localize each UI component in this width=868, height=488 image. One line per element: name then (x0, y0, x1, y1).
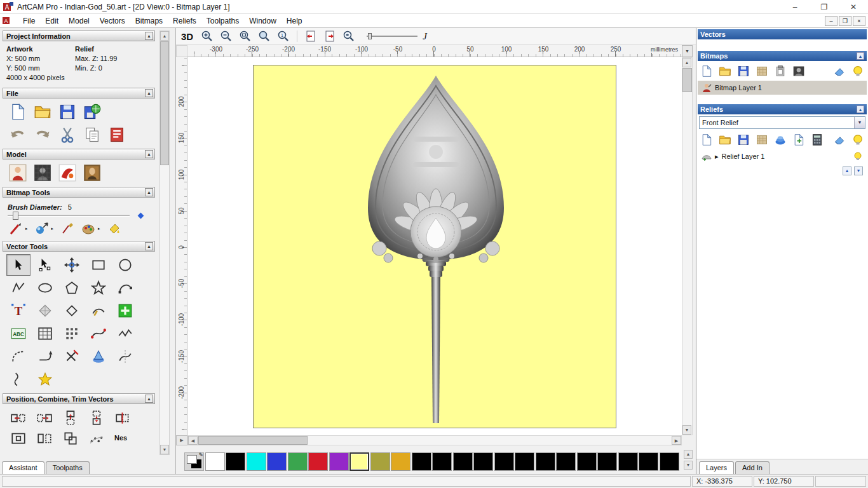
vector-doctor-tool[interactable] (60, 300, 84, 322)
smooth-polyline-tool[interactable] (113, 323, 137, 344)
wrap-text-tool[interactable] (33, 300, 57, 322)
scroll-down-button[interactable]: ▼ (682, 425, 691, 435)
colour-swatch[interactable] (226, 452, 245, 471)
collapse-bitmap-tools-button[interactable]: ▲ (145, 188, 153, 196)
copy-icon[interactable] (83, 126, 101, 144)
spin-profile-tool[interactable] (86, 346, 111, 367)
maximize-button[interactable]: ❐ (810, 0, 839, 13)
block-paste-tool[interactable] (113, 300, 137, 322)
viewport-2d[interactable] (187, 57, 682, 435)
menu-vectors[interactable]: Vectors (95, 14, 130, 28)
paste-layer-icon[interactable] (774, 65, 787, 78)
merge-layers-icon[interactable] (792, 65, 805, 78)
menu-toolpaths[interactable]: Toolpaths (201, 14, 244, 28)
abc-text-grid-tool[interactable]: ABC (6, 323, 31, 344)
mdi-close-button[interactable]: × (853, 16, 865, 26)
colour-swatch[interactable] (267, 452, 287, 471)
delete-layer-icon[interactable] (833, 65, 846, 78)
new-model-icon[interactable] (9, 103, 27, 121)
align-top-tool[interactable] (62, 410, 79, 426)
model-canvas[interactable] (253, 65, 616, 428)
scrollbar-thumb[interactable] (198, 436, 308, 445)
load-relief-icon[interactable] (9, 164, 27, 182)
slider-handle[interactable] (368, 33, 372, 39)
colour-swatch[interactable] (370, 452, 390, 471)
menu-reliefs[interactable]: Reliefs (168, 14, 201, 28)
open-relief-layer-icon[interactable] (719, 133, 731, 146)
colour-swatch[interactable] (494, 452, 514, 471)
delete-relief-layer-icon[interactable] (833, 133, 846, 146)
colour-swatch[interactable] (308, 452, 328, 471)
mdi-minimize-button[interactable]: – (825, 16, 837, 26)
select-vectors-tool[interactable] (6, 254, 31, 276)
menu-model[interactable]: Model (64, 14, 95, 28)
collapse-file-button[interactable]: ▲ (145, 89, 153, 97)
create-circle-tool[interactable] (113, 254, 137, 276)
tab-assistant[interactable]: Assistant (2, 461, 44, 474)
expand-relief-layer-icon[interactable]: ▸ (715, 152, 719, 161)
mirror-vectors-tool[interactable] (36, 430, 53, 447)
bitmap-layer-row[interactable]: Bitmap Layer 1 (698, 81, 867, 95)
colour-swatch[interactable] (556, 452, 576, 471)
menu-file[interactable]: File (18, 14, 40, 28)
new-bitmap-layer-icon[interactable] (700, 65, 713, 78)
fit-curve-tool[interactable] (86, 323, 111, 344)
dropdown-arrow-icon[interactable]: ▼ (854, 117, 865, 128)
pane-toggle-button[interactable]: ▶ (176, 435, 187, 445)
portrait-model-icon[interactable] (83, 164, 101, 182)
assistant-scrollbar[interactable]: ▲ ▼ (159, 30, 170, 455)
scroll-left-button[interactable]: ◀ (188, 436, 198, 445)
colour-swatch[interactable] (660, 452, 679, 471)
export-model-icon[interactable] (83, 103, 101, 121)
next-view-icon[interactable] (322, 29, 337, 43)
zoom-scale-icon[interactable]: 1 (276, 29, 291, 43)
cut-icon[interactable] (58, 126, 76, 144)
transform-vectors-tool[interactable] (60, 254, 84, 276)
align-left-tool[interactable] (10, 410, 27, 426)
ruler-units-label[interactable]: millimetres (649, 46, 679, 53)
node-editing-tool[interactable] (33, 254, 57, 276)
collapse-model-button[interactable]: ▲ (145, 150, 153, 158)
collapse-vector-tools-button[interactable]: ▲ (145, 242, 153, 250)
brush-diameter-slider[interactable] (8, 215, 130, 217)
minimize-button[interactable]: – (780, 0, 810, 13)
move-layer-up-button[interactable]: ▲ (843, 166, 851, 175)
favourite-tools-star[interactable] (33, 369, 57, 390)
save-model-icon[interactable] (58, 103, 76, 121)
menu-bitmaps[interactable]: Bitmaps (130, 14, 168, 28)
zoom-in-icon[interactable] (200, 29, 215, 43)
paint-brush-icon[interactable] (9, 222, 23, 236)
texture-layer-icon[interactable] (756, 65, 768, 78)
open-bitmap-layer-icon[interactable] (719, 65, 731, 78)
colour-swatch[interactable] (453, 452, 473, 471)
relief-layer-bulb-icon[interactable] (853, 151, 863, 161)
text-on-curve-tool[interactable] (86, 300, 111, 322)
tab-toolpaths[interactable]: Toolpaths (46, 461, 90, 474)
horizontal-scrollbar[interactable]: ◀ ▶ (187, 435, 682, 445)
section-tool[interactable] (113, 346, 137, 367)
new-relief-from-layer-icon[interactable] (792, 133, 805, 146)
collapse-bitmaps-button[interactable]: ▲ (857, 52, 864, 60)
colour-swatch[interactable] (412, 452, 431, 471)
ruler-units-dropdown[interactable]: ▼ (682, 45, 693, 57)
palette-scroll-up[interactable]: ▲ (684, 450, 693, 459)
nesting-tool[interactable]: Nes (114, 430, 127, 447)
scatter-copies-tool[interactable] (88, 430, 105, 447)
collapse-reliefs-button[interactable]: ▲ (857, 105, 864, 113)
create-polyline-tool[interactable] (6, 277, 31, 299)
centre-in-page-tool[interactable] (10, 430, 27, 447)
redo-icon[interactable] (34, 126, 51, 144)
relief-sculpt-icon[interactable] (774, 133, 787, 146)
relief-texture-icon[interactable] (756, 133, 768, 146)
colour-swatch[interactable] (473, 452, 493, 471)
scrollbar-thumb[interactable] (682, 68, 692, 92)
colour-swatch[interactable] (205, 452, 225, 471)
palette-icon[interactable] (81, 222, 95, 236)
align-right-tool[interactable] (36, 410, 53, 426)
create-polygon-tool[interactable] (60, 277, 84, 299)
create-star-tool[interactable] (86, 277, 111, 299)
menu-window[interactable]: Window (244, 14, 281, 28)
colour-swatch[interactable] (288, 452, 308, 471)
open-model-icon[interactable] (34, 103, 51, 121)
colour-swatch[interactable] (618, 452, 638, 471)
